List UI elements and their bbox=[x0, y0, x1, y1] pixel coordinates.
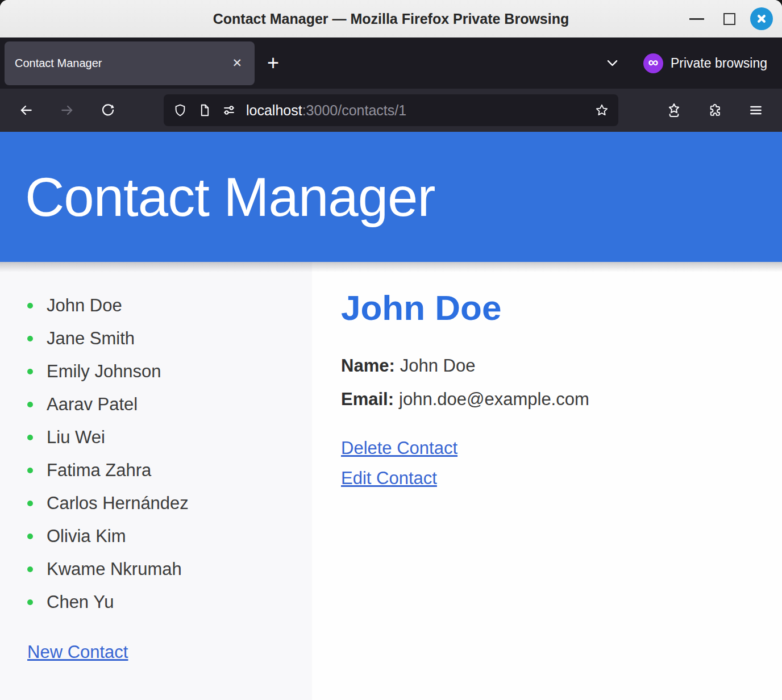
url-host: localhost bbox=[246, 102, 302, 118]
name-value: John Doe bbox=[400, 356, 476, 376]
delete-contact-link[interactable]: Delete Contact bbox=[341, 438, 457, 458]
back-arrow-icon bbox=[19, 103, 34, 118]
bullet-icon bbox=[27, 468, 33, 473]
contact-name[interactable]: Emily Johnson bbox=[47, 361, 161, 381]
tracking-protection-button[interactable] bbox=[173, 103, 187, 117]
list-all-tabs-button[interactable] bbox=[605, 56, 619, 70]
list-item[interactable]: Carlos Hernández bbox=[27, 492, 312, 515]
private-mask-icon: ∞ bbox=[648, 55, 659, 69]
minimize-icon bbox=[689, 18, 704, 20]
contact-name[interactable]: Olivia Kim bbox=[47, 526, 126, 546]
window-controls bbox=[685, 7, 773, 30]
puzzle-icon bbox=[708, 103, 722, 118]
close-icon bbox=[756, 13, 767, 24]
bullet-icon bbox=[27, 534, 33, 539]
close-window-button[interactable] bbox=[750, 7, 773, 30]
bullet-icon bbox=[27, 336, 33, 341]
star-tray-icon bbox=[667, 103, 681, 118]
star-icon bbox=[595, 103, 609, 117]
back-button[interactable] bbox=[19, 103, 34, 118]
list-item[interactable]: Kwame Nkrumah bbox=[27, 558, 312, 581]
reload-button[interactable] bbox=[101, 103, 115, 118]
edit-contact-link[interactable]: Edit Contact bbox=[341, 468, 437, 488]
url-path: :3000/contacts/1 bbox=[302, 102, 406, 118]
bullet-icon bbox=[27, 303, 33, 309]
list-item[interactable]: Fatima Zahra bbox=[27, 459, 312, 482]
contact-name[interactable]: Liu Wei bbox=[47, 427, 105, 447]
extensions-button[interactable] bbox=[708, 103, 722, 118]
bullet-icon bbox=[27, 566, 33, 572]
app-header: Contact Manager bbox=[0, 132, 782, 262]
shield-icon bbox=[173, 103, 187, 117]
bullet-icon bbox=[27, 599, 33, 605]
list-item[interactable]: Aarav Patel bbox=[27, 393, 312, 416]
maximize-button[interactable] bbox=[718, 7, 741, 30]
name-label: Name: bbox=[341, 356, 395, 376]
contact-heading: John Doe bbox=[341, 288, 782, 328]
forward-button[interactable] bbox=[60, 103, 74, 118]
contact-name[interactable]: Carlos Hernández bbox=[47, 493, 189, 513]
chevron-down-icon bbox=[605, 56, 619, 70]
private-browsing-label: Private browsing bbox=[671, 56, 767, 71]
contact-detail: John Doe Name:John Doe Email:john.doe@ex… bbox=[312, 262, 782, 700]
hamburger-icon bbox=[748, 103, 763, 118]
name-row: Name:John Doe bbox=[341, 356, 782, 376]
window-title: Contact Manager — Mozilla Firefox Privat… bbox=[0, 11, 782, 27]
edit-row: Edit Contact bbox=[341, 468, 782, 489]
toolbar-right-icons bbox=[667, 103, 763, 118]
page-title: Contact Manager bbox=[25, 170, 435, 224]
contact-name[interactable]: Chen Yu bbox=[47, 592, 114, 612]
list-item[interactable]: Olivia Kim bbox=[27, 525, 312, 548]
permissions-button[interactable] bbox=[222, 103, 236, 117]
reload-icon bbox=[101, 103, 115, 118]
app-menu-button[interactable] bbox=[748, 103, 763, 118]
sliders-icon bbox=[222, 103, 236, 117]
contact-name[interactable]: Fatima Zahra bbox=[47, 460, 151, 480]
delete-row: Delete Contact bbox=[341, 438, 782, 459]
private-browsing-badge: ∞ bbox=[643, 53, 663, 73]
close-tab-icon[interactable]: ✕ bbox=[230, 56, 244, 70]
address-input[interactable]: localhost:3000/contacts/1 bbox=[246, 102, 595, 119]
contact-name[interactable]: Kwame Nkrumah bbox=[47, 559, 182, 579]
email-label: Email: bbox=[341, 389, 394, 409]
page-icon bbox=[198, 103, 211, 117]
list-item[interactable]: Jane Smith bbox=[27, 327, 312, 350]
browser-window: Contact Manager — Mozilla Firefox Privat… bbox=[0, 0, 782, 700]
new-tab-button[interactable]: + bbox=[267, 53, 279, 73]
maximize-icon bbox=[723, 13, 735, 25]
contact-name[interactable]: Aarav Patel bbox=[47, 394, 138, 414]
bullet-icon bbox=[27, 501, 33, 506]
tab-bar: Contact Manager ✕ + ∞ Private browsing bbox=[0, 38, 782, 89]
contact-name[interactable]: Jane Smith bbox=[47, 328, 135, 348]
list-item[interactable]: John Doe bbox=[27, 294, 312, 317]
site-info-button[interactable] bbox=[198, 103, 211, 117]
contact-name[interactable]: John Doe bbox=[47, 295, 122, 315]
minimize-button[interactable] bbox=[685, 7, 708, 30]
contact-sidebar: John Doe Jane Smith Emily Johnson Aarav … bbox=[0, 262, 312, 700]
bookmarks-menu-button[interactable] bbox=[667, 103, 681, 118]
email-row: Email:john.doe@example.com bbox=[341, 389, 782, 410]
bullet-icon bbox=[27, 402, 33, 407]
list-item[interactable]: Emily Johnson bbox=[27, 360, 312, 383]
page-content: John Doe Jane Smith Emily Johnson Aarav … bbox=[0, 262, 782, 700]
list-item[interactable]: Chen Yu bbox=[27, 591, 312, 614]
new-contact-link[interactable]: New Contact bbox=[27, 641, 128, 664]
bullet-icon bbox=[27, 435, 33, 440]
list-item[interactable]: Liu Wei bbox=[27, 426, 312, 449]
window-titlebar: Contact Manager — Mozilla Firefox Privat… bbox=[0, 0, 782, 38]
contact-list: John Doe Jane Smith Emily Johnson Aarav … bbox=[0, 294, 312, 614]
url-bar[interactable]: localhost:3000/contacts/1 bbox=[164, 94, 618, 126]
tab-contact-manager[interactable]: Contact Manager ✕ bbox=[5, 41, 255, 85]
forward-arrow-icon bbox=[60, 103, 74, 118]
email-value: john.doe@example.com bbox=[399, 389, 589, 409]
bullet-icon bbox=[27, 369, 33, 374]
navigation-toolbar: localhost:3000/contacts/1 bbox=[0, 89, 782, 132]
bookmark-page-button[interactable] bbox=[595, 103, 609, 117]
tab-title: Contact Manager bbox=[15, 57, 230, 70]
